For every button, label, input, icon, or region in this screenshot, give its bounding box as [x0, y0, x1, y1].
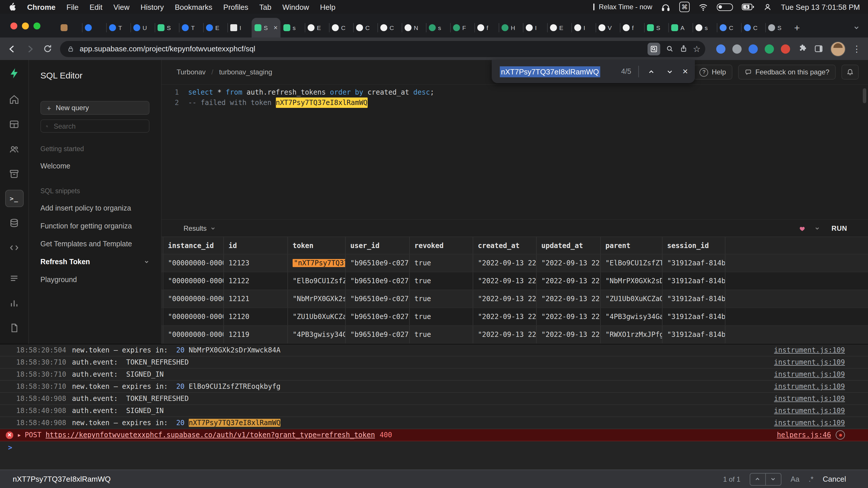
menu-item[interactable]: History	[141, 3, 164, 11]
console-log-row[interactable]: 18:58:30:710auth.event: SIGNED_IN instru…	[0, 368, 868, 381]
browser-tab[interactable]: f ×	[620, 18, 644, 37]
browser-tab[interactable]: S ×	[252, 18, 280, 37]
search-next-icon[interactable]	[765, 473, 781, 485]
extension-icon[interactable]	[748, 44, 758, 53]
avatar[interactable]	[831, 41, 845, 56]
back-icon[interactable]	[7, 43, 17, 54]
tab-close-icon[interactable]: ×	[274, 24, 278, 31]
sidebar-item-snippet[interactable]: Playground	[40, 276, 150, 284]
browser-tab[interactable]: I ×	[523, 18, 547, 37]
cell-user-id[interactable]: "b96510e9-c027-4	[346, 254, 410, 272]
headphones-icon[interactable]	[661, 2, 671, 12]
cell-created-at[interactable]: "2022-09-13 22:5	[473, 326, 537, 343]
regex-button[interactable]: .*	[809, 475, 813, 483]
cell-instance-id[interactable]: "00000000-0000-0	[163, 326, 224, 343]
browser-tab[interactable]: f ×	[474, 18, 499, 37]
search-icon[interactable]	[665, 44, 674, 53]
menu-item[interactable]: Window	[282, 3, 309, 11]
cell-instance-id[interactable]: "00000000-0000-0	[163, 308, 224, 325]
cell-session-id[interactable]: "31912aaf-814b-4	[662, 254, 725, 272]
cell-revoked[interactable]: true	[410, 326, 473, 343]
reload-icon[interactable]	[43, 44, 53, 54]
table-row[interactable]: "00000000-0000-0 12121 "NbMrPX0GXk2sDrX …	[162, 290, 868, 308]
console-log-row[interactable]: 18:58:20:504new.token — expires in: 20 N…	[0, 345, 868, 356]
browser-tab[interactable]: I ×	[227, 18, 252, 37]
docs-file-icon[interactable]	[5, 319, 23, 336]
window-close-button[interactable]	[10, 23, 17, 29]
error-source-link[interactable]: helpers.js:46	[777, 431, 831, 439]
browser-tab[interactable]: ×	[82, 18, 106, 37]
browser-tab[interactable]: E ×	[547, 18, 571, 37]
console-log-row[interactable]: 18:58:40:908new.token — expires in: 20 n…	[0, 417, 868, 429]
column-header[interactable]: created_at	[473, 237, 537, 254]
find-close-icon[interactable]: ×	[682, 67, 688, 76]
cell-updated-at[interactable]: "2022-09-13 22:5	[537, 272, 601, 290]
menu-item[interactable]: File	[66, 3, 79, 11]
browser-tab[interactable]: C ×	[377, 18, 402, 37]
source-link[interactable]: instrument.js:109	[774, 407, 845, 415]
logs-list-icon[interactable]	[5, 270, 23, 287]
console-log-row[interactable]: 18:58:30:710new.token — expires in: 20 E…	[0, 381, 868, 393]
database-icon[interactable]	[5, 215, 23, 232]
cell-instance-id[interactable]: "00000000-0000-0	[163, 254, 224, 272]
table-row[interactable]: "00000000-0000-0 12122 "ElBo9CU1ZsfZTRE …	[162, 272, 868, 290]
console-empty-space[interactable]	[0, 453, 868, 469]
cell-created-at[interactable]: "2022-09-13 22:5	[473, 290, 537, 307]
find-input[interactable]: nXT7Psy7TQ37eI8xlRamWQ	[500, 66, 600, 77]
browser-tab[interactable]: N ×	[402, 18, 426, 37]
cell-id[interactable]: 12119	[224, 326, 288, 343]
notification-status[interactable]: Relax Time - now	[594, 3, 652, 11]
search-prev-icon[interactable]	[750, 473, 765, 485]
star-icon[interactable]: ☆	[693, 44, 701, 53]
column-header[interactable]: parent	[601, 237, 662, 254]
source-link[interactable]: instrument.js:109	[774, 370, 845, 379]
cell-instance-id[interactable]: "00000000-0000-0	[163, 290, 224, 307]
cell-token[interactable]: "ZU1Ub0XuKCZaOK8	[288, 308, 346, 325]
cell-instance-id[interactable]: "00000000-0000-0	[163, 272, 224, 290]
search-input[interactable]	[53, 122, 144, 131]
column-header[interactable]: instance_id	[163, 237, 224, 254]
browser-tab[interactable]: E ×	[203, 18, 227, 37]
browser-tab[interactable]: V ×	[596, 18, 620, 37]
forward-icon[interactable]	[25, 43, 35, 54]
find-prev-icon[interactable]	[646, 66, 657, 77]
table-row[interactable]: "00000000-0000-0 12119 "4PB3gwisy34Gayl …	[162, 326, 868, 344]
heart-icon[interactable]	[798, 224, 806, 232]
feedback-button[interactable]: Feedback on this page?	[738, 65, 836, 79]
breadcrumb-page[interactable]: turbonav_staging	[219, 68, 272, 76]
breadcrumb-project[interactable]: Turbonav	[177, 68, 206, 76]
supabase-logo[interactable]	[5, 65, 23, 82]
browser-tab[interactable]: C ×	[717, 18, 741, 37]
browser-tab[interactable]: E ×	[305, 18, 329, 37]
cell-token[interactable]: "ElBo9CU1ZsfZTRE	[288, 272, 346, 290]
cell-id[interactable]: 12123	[224, 254, 288, 272]
sidebar-icon[interactable]	[814, 44, 824, 54]
cell-user-id[interactable]: "b96510e9-c027-4	[346, 272, 410, 290]
cell-updated-at[interactable]: "2022-09-13 22:5	[537, 326, 601, 343]
sidebar-item-snippet[interactable]: Function for getting organiza	[40, 222, 150, 230]
apple-icon[interactable]	[8, 2, 16, 11]
cell-created-at[interactable]: "2022-09-13 22:5	[473, 308, 537, 325]
toggle-icon[interactable]	[717, 3, 733, 11]
cell-session-id[interactable]: "31912aaf-814b-4	[662, 326, 725, 343]
snippet-search[interactable]	[40, 120, 150, 133]
puzzle-icon[interactable]	[797, 44, 807, 54]
browser-tab[interactable]: C ×	[329, 18, 353, 37]
cell-token[interactable]: "nXT7Psy7TQ37eI8	[288, 254, 346, 272]
browser-tab[interactable]: F ×	[450, 18, 474, 37]
window-zoom-button[interactable]	[33, 23, 40, 29]
sidebar-item-snippet[interactable]: Refresh Token	[40, 258, 150, 266]
column-header[interactable]: updated_at	[537, 237, 601, 254]
column-header[interactable]: user_id	[346, 237, 410, 254]
menu-item[interactable]: Chrome	[27, 3, 55, 11]
cell-user-id[interactable]: "b96510e9-c027-4	[346, 326, 410, 343]
browser-tab[interactable]: C ×	[353, 18, 377, 37]
browser-tab[interactable]: H ×	[499, 18, 523, 37]
cell-updated-at[interactable]: "2022-09-13 22:5	[537, 254, 601, 272]
cell-revoked[interactable]: true	[410, 272, 473, 290]
extension-icon[interactable]	[733, 44, 742, 53]
browser-tab[interactable]: T ×	[179, 18, 203, 37]
browser-tab[interactable]: S ×	[765, 18, 789, 37]
command-icon[interactable]: ⌘	[679, 2, 690, 12]
browser-tab[interactable]: s ×	[280, 18, 305, 37]
